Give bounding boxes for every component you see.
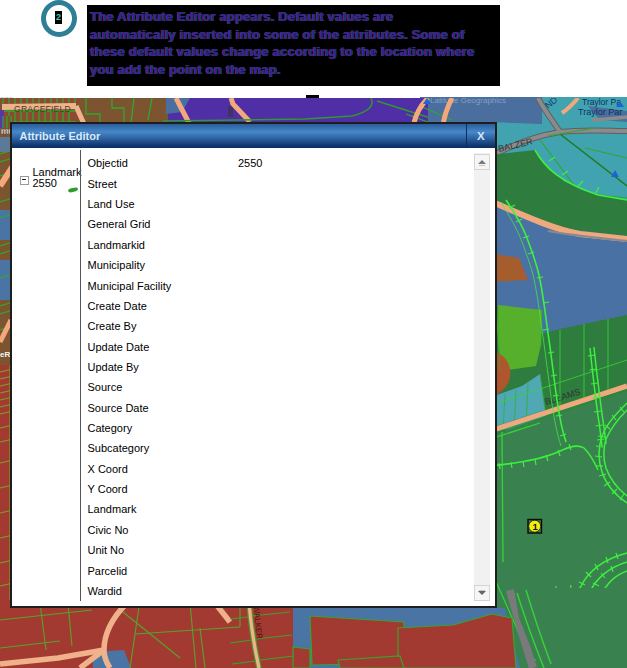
svg-text:Latitude Geographics: Latitude Geographics [430,98,506,105]
svg-text:eR: eR [0,350,10,359]
svg-text:Traylor Pa: Traylor Pa [582,98,621,107]
svg-text:Traylor Par: Traylor Par [578,107,622,117]
svg-text:1: 1 [532,521,538,532]
svg-text:GRACEFIELD: GRACEFIELD [14,104,71,114]
